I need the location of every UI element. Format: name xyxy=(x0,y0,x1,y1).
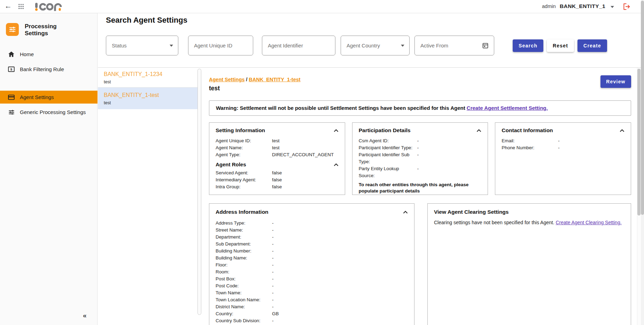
participation-details-card: Participation Details Csm Agent ID:- Par… xyxy=(352,122,488,195)
sidebar-item-home[interactable]: Home xyxy=(0,48,98,61)
contact-information-card: Contact Information Email:- Phone Number… xyxy=(495,122,631,195)
field-row: Country:GB xyxy=(216,310,408,317)
back-arrow-icon[interactable]: ← xyxy=(5,2,12,10)
agent-roles-title: Agent Roles xyxy=(216,161,246,168)
field-row: Intra Group:false xyxy=(216,183,339,190)
field-row: Post Box:- xyxy=(216,275,408,282)
reset-button[interactable]: Reset xyxy=(547,39,574,52)
sidebar-item-agent-settings[interactable]: Agent Settings xyxy=(0,91,98,104)
create-button[interactable]: Create xyxy=(577,39,607,52)
clearing-text: Clearing settings have not been specifie… xyxy=(434,220,554,225)
icon-logo xyxy=(35,2,62,11)
card-title: View Agent Clearing Settings xyxy=(434,209,509,216)
sidebar-item-generic-processing-settings[interactable]: Generic Processing Settings xyxy=(0,106,98,119)
field-row: Agent Name:test xyxy=(216,144,339,151)
field-row: Post Code:- xyxy=(216,282,408,289)
processing-settings-icon xyxy=(6,23,19,36)
field-row: Participant Identifier Type:- xyxy=(359,144,482,151)
field-row: Phone Number:- xyxy=(502,144,624,151)
field-row: Town Name:- xyxy=(216,289,408,296)
field-row: Participant Identifier Sub Type:- xyxy=(359,151,482,165)
field-row: Csm Agent ID:- xyxy=(359,137,482,144)
field-row: Country Sub Division:- xyxy=(216,317,408,324)
apps-grid-icon[interactable] xyxy=(18,3,24,9)
agent-identifier-label: Agent Identifier xyxy=(268,43,330,48)
list-item-title: BANK_ENTITY_1-test xyxy=(104,91,193,99)
warning-text: Warning: Settlement will not be possible… xyxy=(216,105,465,111)
chevron-down-icon xyxy=(401,45,404,47)
field-row: Floor:- xyxy=(216,262,408,269)
active-from-label: Active From xyxy=(420,43,482,48)
agent-detail-panel: Agent Settings/BANK_ENTITY_1-test test R… xyxy=(202,68,637,325)
sidebar-item-label: Generic Processing Settings xyxy=(20,109,86,115)
detail-scrollbar-thumb[interactable] xyxy=(637,69,641,216)
agent-identifier-input[interactable]: Agent Identifier xyxy=(262,36,335,55)
chevron-up-icon[interactable] xyxy=(476,129,481,132)
chevron-down-icon[interactable] xyxy=(611,6,614,8)
chevron-up-icon[interactable] xyxy=(334,129,339,132)
money-check-icon: $ xyxy=(8,66,15,72)
breadcrumb-current-link[interactable]: BANK_ENTITY_1-test xyxy=(249,77,300,82)
field-row: Agent Unique ID:test xyxy=(216,137,339,144)
agent-country-filter[interactable]: Agent Country xyxy=(341,36,410,55)
setting-information-card: Setting Information Agent Unique ID:test… xyxy=(209,122,345,195)
logout-icon[interactable] xyxy=(623,3,631,10)
list-item-selected[interactable]: BANK_ENTITY_1-test test xyxy=(98,88,197,109)
breadcrumb: Agent Settings/BANK_ENTITY_1-test xyxy=(209,76,631,83)
search-button[interactable]: Search xyxy=(513,39,543,52)
field-row: Building Number:- xyxy=(216,248,408,255)
page-title: Search Agent Settings xyxy=(106,16,187,25)
sidebar-collapse-button[interactable]: « xyxy=(83,312,86,319)
status-filter[interactable]: Status xyxy=(106,36,178,55)
chevron-down-icon xyxy=(170,45,173,47)
list-item[interactable]: BANK_ENTITY_1-1234 test xyxy=(98,68,197,88)
home-icon xyxy=(8,51,15,57)
section-divider xyxy=(98,67,644,68)
chevron-up-icon[interactable] xyxy=(620,129,624,132)
active-from-date-input[interactable]: Active From xyxy=(414,36,494,55)
review-button[interactable]: Review xyxy=(600,75,631,88)
participation-note: To reach other entities through this age… xyxy=(359,182,482,194)
field-row: Town Location Name:- xyxy=(216,296,408,303)
agent-unique-id-input[interactable]: Agent Unique ID xyxy=(188,36,253,55)
address-information-card: Address Information Address Type:- Stree… xyxy=(209,203,414,325)
card-title: Contact Information xyxy=(502,127,553,134)
field-row: Department:- xyxy=(216,234,408,241)
agent-list: BANK_ENTITY_1-1234 test BANK_ENTITY_1-te… xyxy=(98,68,197,325)
sidebar-item-label: Agent Settings xyxy=(20,94,54,100)
window-scrollbar-thumb[interactable] xyxy=(641,1,644,215)
calendar-icon[interactable] xyxy=(482,42,489,49)
card-title: Address Information xyxy=(216,209,269,216)
field-row: Agent Type:DIRECT_ACCOUNT_AGENT xyxy=(216,151,339,158)
list-scrollbar[interactable] xyxy=(197,69,201,315)
sidebar-header: Processing Settings xyxy=(6,23,67,37)
agent-country-label: Agent Country xyxy=(347,43,401,48)
chevron-up-icon[interactable] xyxy=(403,211,408,214)
create-settlement-setting-link[interactable]: Create Agent Settlement Setting. xyxy=(467,105,548,111)
sidebar: Processing Settings Home $ Bank Filterin… xyxy=(0,13,98,325)
field-row: Street Name:- xyxy=(216,227,408,234)
sidebar-title: Processing Settings xyxy=(25,23,67,37)
svg-text:$: $ xyxy=(10,67,13,71)
list-item-subtitle: test xyxy=(104,100,193,106)
search-section: Search Agent Settings Status Agent Uniqu… xyxy=(98,13,644,67)
entity-selector[interactable]: BANK_ENTITY_1 xyxy=(560,3,605,9)
field-row: Sub Department:- xyxy=(216,241,408,248)
tune-icon xyxy=(8,109,15,115)
list-item-title: BANK_ENTITY_1-1234 xyxy=(104,70,193,78)
field-row: District Name:- xyxy=(216,303,408,310)
sidebar-item-label: Bank Filtering Rule xyxy=(20,66,64,72)
field-row: Intermediary Agent:false xyxy=(216,176,339,183)
breadcrumb-separator: / xyxy=(246,77,247,82)
field-row: Building Name:- xyxy=(216,255,408,262)
breadcrumb-parent-link[interactable]: Agent Settings xyxy=(209,77,245,82)
sidebar-item-bank-filtering-rule[interactable]: $ Bank Filtering Rule xyxy=(0,63,98,76)
clearing-settings-card: View Agent Clearing Settings Clearing se… xyxy=(427,203,631,325)
chevron-up-icon[interactable] xyxy=(334,163,339,166)
field-row: Party Entity Lookup Source:- xyxy=(359,165,482,179)
create-clearing-setting-link[interactable]: Create Agent Clearing Setting. xyxy=(556,220,621,225)
field-row: Email:- xyxy=(502,137,624,144)
agent-detail-title: test xyxy=(209,85,631,92)
field-row: Room:- xyxy=(216,269,408,275)
sidebar-item-label: Home xyxy=(20,51,34,57)
